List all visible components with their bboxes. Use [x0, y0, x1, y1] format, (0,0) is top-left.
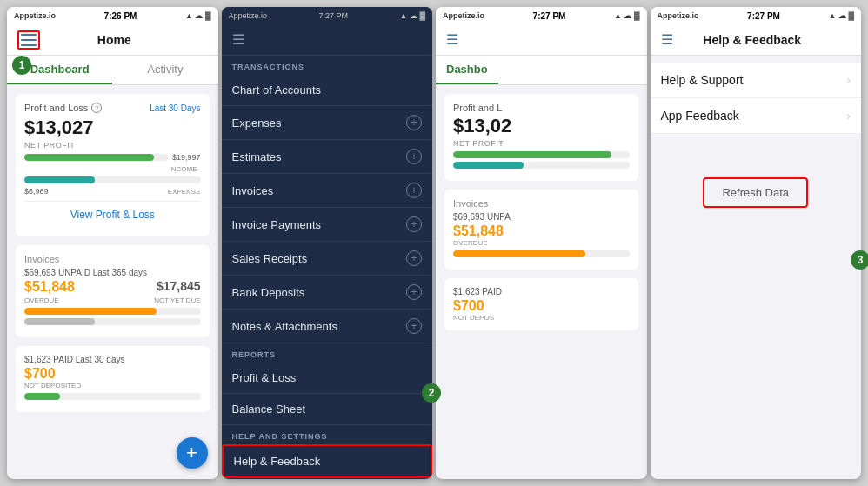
expense-amount: $6,969	[24, 187, 49, 196]
screen3-profit-card: Profit and L $13,02 NET PROFIT	[444, 94, 638, 181]
menu-item-expenses[interactable]: Expenses +	[222, 106, 433, 140]
paid-card: $1,623 PAID Last 30 days $700 NOT DEPOSI…	[16, 346, 210, 412]
menu-item-label-0: Chart of Accounts	[232, 83, 322, 97]
nyd-bar-track	[24, 318, 201, 325]
refresh-data-button[interactable]: Refresh Data	[703, 177, 808, 208]
view-profit-loss-link[interactable]: View Profit & Loss	[24, 201, 201, 228]
nyd-bar-row	[24, 318, 201, 325]
notes-attachments-plus-icon[interactable]: +	[406, 318, 422, 334]
nav-bar-4: ☰ Help & Feedback	[651, 24, 862, 56]
help-circle-icon[interactable]: ?	[91, 103, 102, 113]
reports-section-label: REPORTS	[222, 343, 433, 363]
net-label: NET PROFIT	[24, 141, 201, 150]
expenses-plus-icon[interactable]: +	[406, 115, 422, 130]
chevron-right-icon-2: ›	[846, 109, 851, 123]
paid-text: $1,623 PAID Last 30 days	[24, 355, 201, 364]
help-support-item[interactable]: Help & Support ›	[651, 63, 862, 98]
invoice-payments-plus-icon[interactable]: +	[406, 216, 422, 232]
time-1: 7:26 PM	[104, 11, 137, 21]
menu-item-bank-deposits[interactable]: Bank Deposits +	[222, 276, 433, 310]
overdue-label: OVERDUE	[24, 296, 59, 304]
nyd-amount: $17,845	[157, 279, 201, 295]
menu-icon-3[interactable]: ☰	[446, 31, 458, 48]
screen3-net-label: NET PROFIT	[453, 139, 630, 148]
menu-nav: ☰	[222, 24, 433, 56]
menu-item-help-feedback[interactable]: Help & Feedback	[222, 444, 433, 478]
back-menu-icon[interactable]: ☰	[661, 31, 673, 48]
overdue-bar	[24, 308, 157, 315]
tabs-1: Dashboard Activity	[7, 56, 218, 85]
status-bar-3: Appetize.io 7:27 PM ▲ ☁ ▓	[436, 7, 647, 24]
screen3-paid-text: $1,623 PAID	[453, 287, 630, 296]
screen3-amount: $13,02	[453, 115, 630, 137]
income-bar-row: $19,997	[24, 153, 201, 162]
tabs-3: Dashbo	[436, 56, 647, 85]
app-name-1: Appetize.io	[14, 11, 56, 20]
income-amount: $19,997	[172, 153, 201, 162]
invoices-plus-icon[interactable]: +	[406, 183, 422, 198]
menu-item-invoice-payments[interactable]: Invoice Payments +	[222, 208, 433, 242]
expense-bar-track	[24, 176, 201, 183]
app-name-3: Appetize.io	[443, 11, 484, 20]
menu-item-notes-attachments[interactable]: Notes & Attachments +	[222, 310, 433, 343]
menu-item-estimates[interactable]: Estimates +	[222, 140, 433, 174]
step-badge-1: 1	[12, 56, 31, 75]
hamburger-menu-icon[interactable]	[21, 34, 37, 46]
screen3-invoices-card: Invoices $69,693 UNPA $51,848 OVERDUE	[444, 190, 638, 270]
time-3: 7:27 PM	[533, 11, 566, 21]
transactions-section-label: TRANSACTIONS	[222, 56, 433, 75]
tab-activity[interactable]: Activity	[112, 56, 217, 84]
menu-item-invoices[interactable]: Invoices +	[222, 174, 433, 208]
menu-item-balance-sheet[interactable]: Balance Sheet	[222, 394, 433, 425]
screen3-deposited-amount: $700	[453, 298, 484, 313]
invoices-label: Invoices	[24, 254, 201, 264]
menu-item-settings[interactable]: Settings	[222, 478, 433, 479]
sales-receipts-plus-icon[interactable]: +	[406, 250, 422, 266]
step-badge-3: 3	[851, 250, 868, 270]
page-title-1: Home	[97, 33, 131, 47]
status-icons-1: ▲ ☁ ▓	[185, 11, 210, 20]
income-bar-fill	[24, 154, 154, 161]
fab-button[interactable]: +	[177, 437, 208, 469]
help-section-label: HELP AND SETTINGS	[222, 425, 433, 444]
status-bar-1: Appetize.io 7:26 PM ▲ ☁ ▓	[7, 7, 218, 24]
income-bar-track	[24, 154, 169, 161]
app-feedback-label: App Feedback	[661, 109, 739, 123]
help-support-label: Help & Support	[661, 73, 744, 87]
menu-item-profit-loss[interactable]: Profit & Loss	[222, 363, 433, 394]
screen3-content: Profit and L $13,02 NET PROFIT	[436, 85, 647, 477]
expense-bar-row	[24, 176, 201, 183]
nyd-bar	[24, 318, 95, 325]
estimates-plus-icon[interactable]: +	[406, 149, 422, 164]
deposited-bar-track	[24, 393, 201, 400]
date-range[interactable]: Last 30 Days	[150, 103, 200, 113]
screen3-overdue-amount: $51,848	[453, 223, 504, 238]
expense-bar-fill	[24, 176, 95, 183]
tab-dashbo[interactable]: Dashbo	[436, 56, 498, 84]
time-4: 7:27 PM	[747, 11, 780, 21]
invoice-bar-track	[24, 308, 201, 315]
deposited-label: NOT DEPOSITED	[24, 382, 201, 389]
unpaid-text: $69,693 UNPAID Last 365 days	[24, 268, 201, 277]
status-bar-4: Appetize.io 7:27 PM ▲ ☁ ▓	[651, 7, 862, 24]
screen3-invoices-label: Invoices	[453, 198, 630, 209]
screen3-unpaid-text: $69,693 UNPA	[453, 212, 630, 222]
deposited-bar-row	[24, 393, 201, 400]
app-feedback-item[interactable]: App Feedback ›	[651, 98, 862, 134]
screen3-paid-card: $1,623 PAID $700 NOT DEPOS	[444, 278, 638, 330]
status-bar-2: Appetize.io 7:27 PM ▲ ☁ ▓	[222, 7, 433, 24]
menu-item-chart-accounts[interactable]: Chart of Accounts	[222, 75, 433, 106]
page-title-4: Help & Feedback	[703, 33, 801, 47]
nyd-label: NOT YET DUE	[154, 296, 200, 304]
time-2: 7:27 PM	[319, 11, 349, 20]
bank-deposits-plus-icon[interactable]: +	[406, 284, 422, 300]
menu-hamburger-icon[interactable]: ☰	[232, 31, 244, 48]
menu-item-sales-receipts[interactable]: Sales Receipts +	[222, 242, 433, 276]
profit-loss-card: Profit and Loss ? Last 30 Days $13,027 N…	[16, 94, 210, 236]
profit-loss-label: Profit and Loss ?	[24, 103, 102, 113]
invoices-card: Invoices $69,693 UNPAID Last 365 days $5…	[16, 245, 210, 337]
screen3-deposited-label: NOT DEPOS	[453, 314, 630, 322]
overdue-amount: $51,848	[24, 279, 75, 295]
screen3-overdue-label: OVERDUE	[453, 239, 630, 247]
app-name-2: Appetize.io	[229, 11, 268, 20]
